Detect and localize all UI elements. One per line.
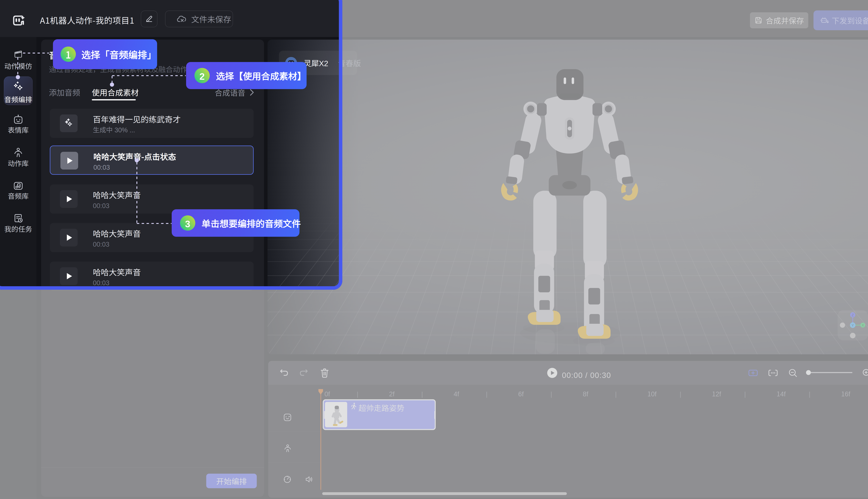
svg-text:Y: Y <box>852 324 854 327</box>
svg-text:X: X <box>862 324 864 327</box>
svg-text:Z: Z <box>852 313 854 317</box>
